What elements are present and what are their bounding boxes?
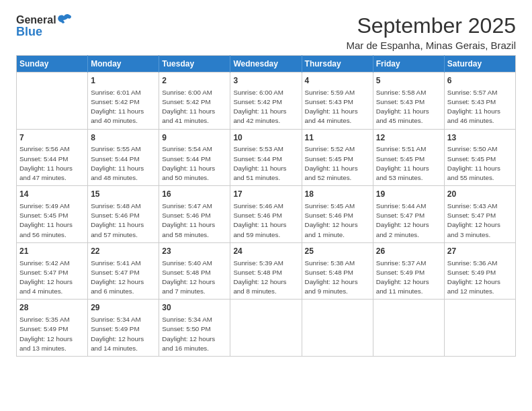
day-info: Sunrise: 5:40 AMSunset: 5:48 PMDaylight:… [162,259,227,297]
day-number: 22 [91,246,156,257]
calendar-cell: 13Sunrise: 5:50 AMSunset: 5:45 PMDayligh… [444,129,515,186]
calendar-cell: 28Sunrise: 5:35 AMSunset: 5:49 PMDayligh… [17,300,88,357]
day-header-monday: Monday [88,56,159,73]
day-info: Sunrise: 5:58 AMSunset: 5:43 PMDaylight:… [376,88,441,126]
calendar-cell: 20Sunrise: 5:43 AMSunset: 5:47 PMDayligh… [444,186,515,243]
day-number: 17 [233,189,298,200]
day-header-thursday: Thursday [302,56,373,73]
calendar-cell: 7Sunrise: 5:56 AMSunset: 5:44 PMDaylight… [17,129,88,186]
day-number: 28 [19,302,85,314]
day-number: 18 [305,189,370,200]
page-header: General Blue September 2025 Mar de Espan… [16,13,516,51]
calendar-cell: 9Sunrise: 5:54 AMSunset: 5:44 PMDaylight… [159,129,230,186]
day-info: Sunrise: 5:45 AMSunset: 5:46 PMDaylight:… [305,201,370,240]
calendar-cell: 22Sunrise: 5:41 AMSunset: 5:47 PMDayligh… [88,242,159,300]
day-number: 9 [162,132,227,144]
calendar-cell [302,300,373,357]
calendar-body: 1Sunrise: 6:01 AMSunset: 5:42 PMDaylight… [17,73,516,357]
calendar-table: SundayMondayTuesdayWednesdayThursdayFrid… [16,55,516,357]
day-number: 1 [91,75,156,87]
calendar-week-4: 21Sunrise: 5:42 AMSunset: 5:47 PMDayligh… [17,242,516,300]
day-info: Sunrise: 5:34 AMSunset: 5:50 PMDaylight:… [162,315,227,353]
calendar-cell: 25Sunrise: 5:38 AMSunset: 5:48 PMDayligh… [302,242,373,300]
logo: General Blue [16,13,72,39]
day-info: Sunrise: 5:42 AMSunset: 5:47 PMDaylight:… [19,259,85,297]
day-info: Sunrise: 5:36 AMSunset: 5:49 PMDaylight:… [447,259,513,297]
day-number: 4 [305,75,370,87]
calendar-cell: 12Sunrise: 5:51 AMSunset: 5:45 PMDayligh… [373,129,444,186]
calendar-cell: 21Sunrise: 5:42 AMSunset: 5:47 PMDayligh… [17,242,88,300]
day-number: 24 [233,246,298,257]
calendar-cell [373,300,444,357]
day-info: Sunrise: 5:56 AMSunset: 5:44 PMDaylight:… [19,144,85,183]
calendar-cell: 4Sunrise: 5:59 AMSunset: 5:43 PMDaylight… [302,73,373,130]
calendar-cell: 15Sunrise: 5:48 AMSunset: 5:46 PMDayligh… [88,186,159,243]
day-number: 30 [162,302,227,314]
calendar-cell: 26Sunrise: 5:37 AMSunset: 5:49 PMDayligh… [373,242,444,300]
calendar-cell: 6Sunrise: 5:57 AMSunset: 5:43 PMDaylight… [444,73,515,130]
calendar-cell: 19Sunrise: 5:44 AMSunset: 5:47 PMDayligh… [373,186,444,243]
day-info: Sunrise: 5:46 AMSunset: 5:46 PMDaylight:… [233,201,298,240]
logo-bird-icon [57,13,72,27]
day-info: Sunrise: 5:54 AMSunset: 5:44 PMDaylight:… [162,144,227,183]
calendar-cell: 17Sunrise: 5:46 AMSunset: 5:46 PMDayligh… [230,186,302,243]
day-info: Sunrise: 5:44 AMSunset: 5:47 PMDaylight:… [376,201,441,240]
day-number: 3 [233,75,298,87]
day-number: 19 [376,189,441,200]
calendar-week-2: 7Sunrise: 5:56 AMSunset: 5:44 PMDaylight… [17,129,516,186]
calendar-cell: 18Sunrise: 5:45 AMSunset: 5:46 PMDayligh… [302,186,373,243]
day-header-tuesday: Tuesday [159,56,230,73]
day-number: 21 [19,246,85,257]
day-number: 14 [19,189,85,200]
calendar-cell: 27Sunrise: 5:36 AMSunset: 5:49 PMDayligh… [444,242,515,300]
day-header-saturday: Saturday [444,56,515,73]
day-info: Sunrise: 5:52 AMSunset: 5:45 PMDaylight:… [305,144,370,183]
calendar-cell: 30Sunrise: 5:34 AMSunset: 5:50 PMDayligh… [159,300,230,357]
day-number: 10 [233,132,298,144]
day-number: 12 [376,132,441,144]
day-info: Sunrise: 5:55 AMSunset: 5:44 PMDaylight:… [91,144,156,183]
day-info: Sunrise: 5:49 AMSunset: 5:45 PMDaylight:… [19,201,85,240]
day-number: 13 [447,132,513,144]
calendar-cell: 10Sunrise: 5:53 AMSunset: 5:44 PMDayligh… [230,129,302,186]
day-info: Sunrise: 5:59 AMSunset: 5:43 PMDaylight:… [305,88,370,126]
calendar-cell: 29Sunrise: 5:34 AMSunset: 5:49 PMDayligh… [88,300,159,357]
day-number: 7 [19,132,85,144]
day-info: Sunrise: 6:01 AMSunset: 5:42 PMDaylight:… [91,88,156,126]
calendar-cell: 14Sunrise: 5:49 AMSunset: 5:45 PMDayligh… [17,186,88,243]
calendar-cell: 23Sunrise: 5:40 AMSunset: 5:48 PMDayligh… [159,242,230,300]
day-number: 25 [305,246,370,257]
day-number: 20 [447,189,513,200]
day-header-wednesday: Wednesday [230,56,302,73]
day-header-sunday: Sunday [17,56,88,73]
day-info: Sunrise: 5:48 AMSunset: 5:46 PMDaylight:… [91,201,156,240]
calendar-cell: 5Sunrise: 5:58 AMSunset: 5:43 PMDaylight… [373,73,444,130]
day-info: Sunrise: 5:41 AMSunset: 5:47 PMDaylight:… [91,259,156,297]
day-header-friday: Friday [373,56,444,73]
calendar-cell: 1Sunrise: 6:01 AMSunset: 5:42 PMDaylight… [88,73,159,130]
day-info: Sunrise: 5:57 AMSunset: 5:43 PMDaylight:… [447,88,513,126]
day-number: 16 [162,189,227,200]
calendar-week-3: 14Sunrise: 5:49 AMSunset: 5:45 PMDayligh… [17,186,516,243]
day-number: 15 [91,189,156,200]
day-number: 23 [162,246,227,257]
day-number: 26 [376,246,441,257]
day-info: Sunrise: 5:38 AMSunset: 5:48 PMDaylight:… [305,259,370,297]
calendar-cell: 16Sunrise: 5:47 AMSunset: 5:46 PMDayligh… [159,186,230,243]
calendar-cell [230,300,302,357]
day-headers-row: SundayMondayTuesdayWednesdayThursdayFrid… [17,56,516,73]
calendar-header: SundayMondayTuesdayWednesdayThursdayFrid… [17,56,516,73]
calendar-cell: 24Sunrise: 5:39 AMSunset: 5:48 PMDayligh… [230,242,302,300]
day-info: Sunrise: 5:47 AMSunset: 5:46 PMDaylight:… [162,201,227,240]
logo-blue-text: Blue [16,26,42,39]
calendar-cell: 2Sunrise: 6:00 AMSunset: 5:42 PMDaylight… [159,73,230,130]
day-info: Sunrise: 5:43 AMSunset: 5:47 PMDaylight:… [447,201,513,240]
day-info: Sunrise: 5:39 AMSunset: 5:48 PMDaylight:… [233,259,298,297]
calendar-week-5: 28Sunrise: 5:35 AMSunset: 5:49 PMDayligh… [17,300,516,357]
day-number: 27 [447,246,513,257]
calendar-cell: 3Sunrise: 6:00 AMSunset: 5:42 PMDaylight… [230,73,302,130]
day-info: Sunrise: 5:50 AMSunset: 5:45 PMDaylight:… [447,144,513,183]
calendar-cell: 8Sunrise: 5:55 AMSunset: 5:44 PMDaylight… [88,129,159,186]
day-info: Sunrise: 5:34 AMSunset: 5:49 PMDaylight:… [91,315,156,353]
day-number: 6 [447,75,513,87]
